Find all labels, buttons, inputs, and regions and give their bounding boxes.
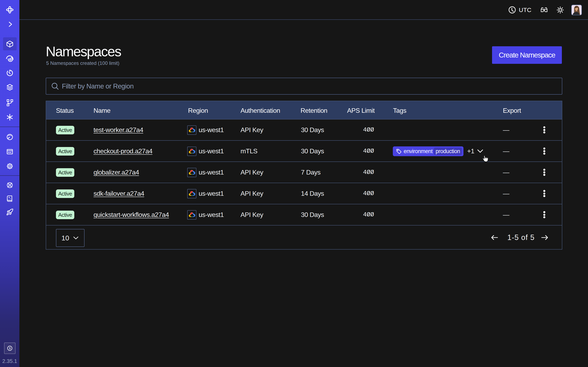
- svg-text:$: $: [9, 347, 11, 350]
